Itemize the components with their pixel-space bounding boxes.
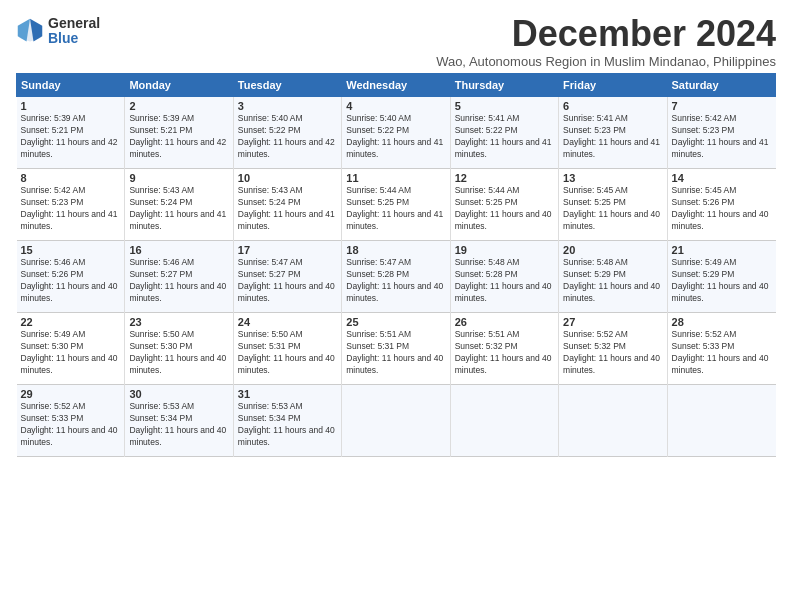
day-cell: 19Sunrise: 5:48 AMSunset: 5:28 PMDayligh…	[450, 241, 558, 313]
day-cell: 18Sunrise: 5:47 AMSunset: 5:28 PMDayligh…	[342, 241, 450, 313]
logo-general-text: General	[48, 16, 100, 31]
day-number: 23	[129, 316, 228, 328]
calendar-header: SundayMondayTuesdayWednesdayThursdayFrid…	[17, 74, 776, 97]
day-number: 5	[455, 100, 554, 112]
day-info: Sunrise: 5:53 AMSunset: 5:34 PMDaylight:…	[129, 401, 228, 449]
day-cell	[559, 385, 667, 457]
day-number: 24	[238, 316, 337, 328]
day-number: 10	[238, 172, 337, 184]
day-number: 18	[346, 244, 445, 256]
day-info: Sunrise: 5:53 AMSunset: 5:34 PMDaylight:…	[238, 401, 337, 449]
day-info: Sunrise: 5:43 AMSunset: 5:24 PMDaylight:…	[129, 185, 228, 233]
day-info: Sunrise: 5:49 AMSunset: 5:30 PMDaylight:…	[21, 329, 121, 377]
day-cell: 27Sunrise: 5:52 AMSunset: 5:32 PMDayligh…	[559, 313, 667, 385]
day-number: 26	[455, 316, 554, 328]
day-info: Sunrise: 5:47 AMSunset: 5:28 PMDaylight:…	[346, 257, 445, 305]
day-cell: 1Sunrise: 5:39 AMSunset: 5:21 PMDaylight…	[17, 97, 125, 169]
day-number: 31	[238, 388, 337, 400]
day-info: Sunrise: 5:52 AMSunset: 5:33 PMDaylight:…	[21, 401, 121, 449]
header-day-saturday: Saturday	[667, 74, 775, 97]
day-info: Sunrise: 5:48 AMSunset: 5:29 PMDaylight:…	[563, 257, 662, 305]
day-cell: 4Sunrise: 5:40 AMSunset: 5:22 PMDaylight…	[342, 97, 450, 169]
day-cell	[450, 385, 558, 457]
day-cell: 8Sunrise: 5:42 AMSunset: 5:23 PMDaylight…	[17, 169, 125, 241]
day-info: Sunrise: 5:40 AMSunset: 5:22 PMDaylight:…	[346, 113, 445, 161]
day-cell: 23Sunrise: 5:50 AMSunset: 5:30 PMDayligh…	[125, 313, 233, 385]
month-title: December 2024	[436, 16, 776, 52]
day-number: 20	[563, 244, 662, 256]
header-day-sunday: Sunday	[17, 74, 125, 97]
day-number: 13	[563, 172, 662, 184]
day-cell: 17Sunrise: 5:47 AMSunset: 5:27 PMDayligh…	[233, 241, 341, 313]
day-info: Sunrise: 5:49 AMSunset: 5:29 PMDaylight:…	[672, 257, 772, 305]
day-cell: 30Sunrise: 5:53 AMSunset: 5:34 PMDayligh…	[125, 385, 233, 457]
day-number: 16	[129, 244, 228, 256]
day-info: Sunrise: 5:39 AMSunset: 5:21 PMDaylight:…	[21, 113, 121, 161]
day-cell: 16Sunrise: 5:46 AMSunset: 5:27 PMDayligh…	[125, 241, 233, 313]
day-info: Sunrise: 5:50 AMSunset: 5:31 PMDaylight:…	[238, 329, 337, 377]
day-cell: 2Sunrise: 5:39 AMSunset: 5:21 PMDaylight…	[125, 97, 233, 169]
day-number: 29	[21, 388, 121, 400]
day-number: 15	[21, 244, 121, 256]
day-cell: 22Sunrise: 5:49 AMSunset: 5:30 PMDayligh…	[17, 313, 125, 385]
header-day-monday: Monday	[125, 74, 233, 97]
logo-text: General Blue	[48, 16, 100, 47]
day-cell: 7Sunrise: 5:42 AMSunset: 5:23 PMDaylight…	[667, 97, 775, 169]
day-cell: 12Sunrise: 5:44 AMSunset: 5:25 PMDayligh…	[450, 169, 558, 241]
day-number: 12	[455, 172, 554, 184]
logo-icon	[16, 17, 44, 45]
logo: General Blue	[16, 16, 100, 47]
logo-blue-text: Blue	[48, 31, 100, 46]
header-row: SundayMondayTuesdayWednesdayThursdayFrid…	[17, 74, 776, 97]
day-cell: 31Sunrise: 5:53 AMSunset: 5:34 PMDayligh…	[233, 385, 341, 457]
day-number: 6	[563, 100, 662, 112]
header-day-wednesday: Wednesday	[342, 74, 450, 97]
day-info: Sunrise: 5:41 AMSunset: 5:22 PMDaylight:…	[455, 113, 554, 161]
week-row-3: 15Sunrise: 5:46 AMSunset: 5:26 PMDayligh…	[17, 241, 776, 313]
day-number: 7	[672, 100, 772, 112]
day-cell	[667, 385, 775, 457]
day-info: Sunrise: 5:50 AMSunset: 5:30 PMDaylight:…	[129, 329, 228, 377]
day-cell: 28Sunrise: 5:52 AMSunset: 5:33 PMDayligh…	[667, 313, 775, 385]
day-cell: 10Sunrise: 5:43 AMSunset: 5:24 PMDayligh…	[233, 169, 341, 241]
day-info: Sunrise: 5:45 AMSunset: 5:26 PMDaylight:…	[672, 185, 772, 233]
day-number: 8	[21, 172, 121, 184]
day-info: Sunrise: 5:47 AMSunset: 5:27 PMDaylight:…	[238, 257, 337, 305]
day-number: 2	[129, 100, 228, 112]
header: General Blue December 2024 Wao, Autonomo…	[16, 16, 776, 69]
calendar-table: SundayMondayTuesdayWednesdayThursdayFrid…	[16, 73, 776, 457]
title-block: December 2024 Wao, Autonomous Region in …	[436, 16, 776, 69]
day-info: Sunrise: 5:44 AMSunset: 5:25 PMDaylight:…	[455, 185, 554, 233]
day-number: 28	[672, 316, 772, 328]
day-info: Sunrise: 5:51 AMSunset: 5:31 PMDaylight:…	[346, 329, 445, 377]
day-info: Sunrise: 5:42 AMSunset: 5:23 PMDaylight:…	[21, 185, 121, 233]
header-day-tuesday: Tuesday	[233, 74, 341, 97]
day-number: 27	[563, 316, 662, 328]
day-cell: 25Sunrise: 5:51 AMSunset: 5:31 PMDayligh…	[342, 313, 450, 385]
week-row-5: 29Sunrise: 5:52 AMSunset: 5:33 PMDayligh…	[17, 385, 776, 457]
subtitle: Wao, Autonomous Region in Muslim Mindana…	[436, 54, 776, 69]
day-info: Sunrise: 5:41 AMSunset: 5:23 PMDaylight:…	[563, 113, 662, 161]
day-number: 4	[346, 100, 445, 112]
day-info: Sunrise: 5:44 AMSunset: 5:25 PMDaylight:…	[346, 185, 445, 233]
day-info: Sunrise: 5:43 AMSunset: 5:24 PMDaylight:…	[238, 185, 337, 233]
day-number: 19	[455, 244, 554, 256]
day-cell: 20Sunrise: 5:48 AMSunset: 5:29 PMDayligh…	[559, 241, 667, 313]
header-day-friday: Friday	[559, 74, 667, 97]
day-info: Sunrise: 5:51 AMSunset: 5:32 PMDaylight:…	[455, 329, 554, 377]
day-cell: 6Sunrise: 5:41 AMSunset: 5:23 PMDaylight…	[559, 97, 667, 169]
day-cell: 14Sunrise: 5:45 AMSunset: 5:26 PMDayligh…	[667, 169, 775, 241]
day-number: 9	[129, 172, 228, 184]
day-info: Sunrise: 5:46 AMSunset: 5:26 PMDaylight:…	[21, 257, 121, 305]
day-info: Sunrise: 5:40 AMSunset: 5:22 PMDaylight:…	[238, 113, 337, 161]
day-cell: 11Sunrise: 5:44 AMSunset: 5:25 PMDayligh…	[342, 169, 450, 241]
day-cell: 5Sunrise: 5:41 AMSunset: 5:22 PMDaylight…	[450, 97, 558, 169]
page: General Blue December 2024 Wao, Autonomo…	[0, 0, 792, 612]
day-number: 30	[129, 388, 228, 400]
week-row-4: 22Sunrise: 5:49 AMSunset: 5:30 PMDayligh…	[17, 313, 776, 385]
day-info: Sunrise: 5:42 AMSunset: 5:23 PMDaylight:…	[672, 113, 772, 161]
day-cell	[342, 385, 450, 457]
day-cell: 15Sunrise: 5:46 AMSunset: 5:26 PMDayligh…	[17, 241, 125, 313]
day-number: 14	[672, 172, 772, 184]
day-cell: 3Sunrise: 5:40 AMSunset: 5:22 PMDaylight…	[233, 97, 341, 169]
